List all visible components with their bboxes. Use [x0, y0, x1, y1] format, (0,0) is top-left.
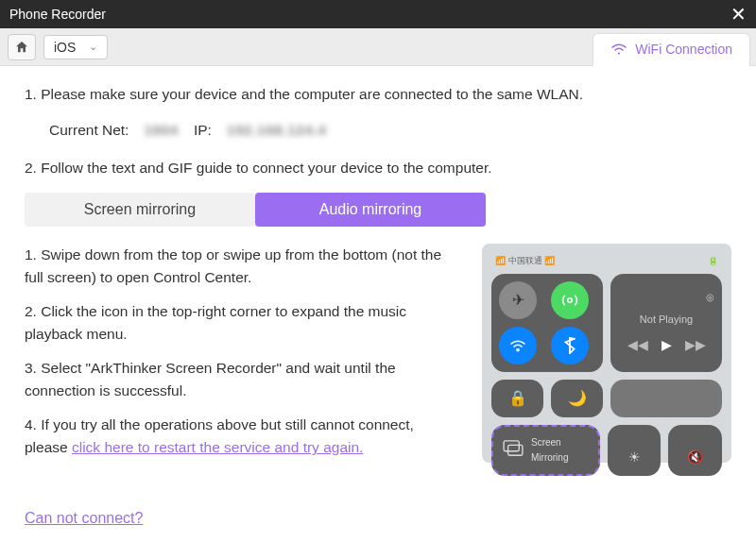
wifi-icon [610, 42, 627, 56]
prev-icon: ◀◀ [627, 335, 648, 356]
now-playing-tile: ◎ Not Playing ◀◀ ▶ ▶▶ [610, 274, 722, 372]
tab-audio-mirroring[interactable]: Audio mirroring [255, 193, 486, 227]
network-info: Current Net: 1904 IP: 192.168.124.4 [25, 119, 731, 142]
phone-status-bar: 📶 中国联通 📶 🔋 [491, 255, 722, 268]
play-icon: ▶ [662, 335, 672, 356]
phone-control-center: 📶 中国联通 📶 🔋 ✈ ◎ Not Playing ◀◀ ▶ ▶▶ [482, 244, 731, 463]
cannot-connect-link[interactable]: Can not connect? [25, 510, 143, 527]
brightness-slider: ☀ [608, 425, 662, 476]
connectivity-tile: ✈ [491, 274, 603, 372]
volume-slider: 🔇 [668, 425, 722, 476]
instruction-4: 4. If you try all the operations above b… [25, 414, 454, 459]
ip-value: 192.168.124.4 [227, 119, 327, 142]
screen-mirroring-tile: Screen Mirroring [491, 425, 600, 476]
step1-text: 1. Please make sure your device and the … [25, 83, 731, 106]
chevron-down-icon: ⌄ [89, 41, 97, 53]
wifi-tab-label: WiFi Connection [635, 42, 732, 57]
title-bar: Phone Recorder ✕ [0, 0, 756, 28]
svg-point-2 [517, 348, 519, 350]
current-net-label: Current Net: [49, 119, 129, 142]
airplane-icon: ✈ [499, 281, 537, 319]
orientation-lock-icon: 🔒 [491, 380, 543, 417]
platform-dropdown[interactable]: iOS ⌄ [43, 35, 108, 59]
tab-screen-mirroring[interactable]: Screen mirroring [25, 193, 255, 227]
wifi-toggle-icon [499, 327, 537, 364]
home-button[interactable] [8, 34, 36, 60]
mirroring-tabs: Screen mirroring Audio mirroring [25, 193, 731, 227]
main-content: 1. Please make sure your device and the … [0, 66, 756, 470]
instruction-steps: 1. Swipe down from the top or swipe up f… [25, 244, 454, 470]
cellular-icon [551, 281, 589, 319]
toolbar: iOS ⌄ WiFi Connection [0, 28, 756, 66]
close-icon[interactable]: ✕ [730, 3, 747, 25]
step2-text: 2. Follow the text and GIF guide to conn… [25, 157, 731, 179]
do-not-disturb-icon: 🌙 [551, 380, 603, 417]
airplay-icon: ◎ [706, 290, 714, 305]
next-icon: ▶▶ [685, 335, 706, 356]
bluetooth-icon [551, 327, 589, 364]
blank-tile [610, 380, 722, 417]
svg-point-1 [568, 298, 573, 303]
restart-service-link[interactable]: click here to restart the service and tr… [72, 439, 363, 455]
svg-point-0 [618, 52, 620, 54]
platform-label: iOS [54, 40, 76, 55]
svg-rect-4 [508, 445, 523, 455]
carrier-label: 📶 中国联通 📶 [495, 255, 555, 268]
instruction-2: 2. Click the icon in the top-right corne… [25, 300, 454, 346]
not-playing-label: Not Playing [640, 312, 693, 328]
current-net-value: 1904 [144, 119, 178, 142]
battery-icon: 🔋 [708, 255, 718, 268]
instruction-1: 1. Swipe down from the top or swipe up f… [25, 244, 454, 289]
screen-mirroring-label: Screen Mirroring [531, 435, 589, 465]
home-icon [14, 40, 29, 55]
wifi-connection-tab[interactable]: WiFi Connection [593, 33, 750, 66]
window-title: Phone Recorder [9, 7, 106, 22]
instruction-3: 3. Select "ArkThinker Screen Recorder" a… [25, 357, 454, 402]
screen-mirroring-icon [503, 440, 524, 462]
ip-label: IP: [194, 119, 212, 142]
svg-rect-3 [504, 441, 519, 451]
